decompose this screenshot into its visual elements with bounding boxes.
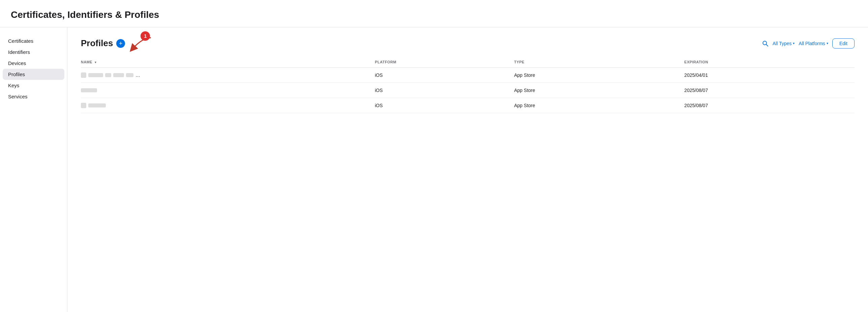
table-row[interactable]: iOS App Store 2025/08/07 [81,83,855,98]
content-header: Profiles + 1 [81,38,855,49]
search-button[interactable] [762,40,769,47]
svg-line-1 [766,44,768,46]
section-title: Profiles [81,38,113,49]
chevron-down-icon: ▾ [793,41,795,45]
add-profile-button[interactable]: + [116,39,125,48]
page-header: Certificates, Identifiers & Profiles [0,0,868,27]
sidebar: Certificates Identifiers Devices Profile… [0,27,67,312]
svg-point-0 [763,41,767,45]
content-header-left: Profiles + 1 [81,38,130,49]
col-header-platform: PLATFORM [375,57,514,68]
col-header-type: TYPE [514,57,684,68]
page-title: Certificates, Identifiers & Profiles [11,9,857,20]
platform-cell: iOS [375,98,514,113]
profiles-table: NAME ▾ PLATFORM TYPE EXPIRATION [81,57,855,113]
profile-name-part [126,73,133,77]
table-row[interactable]: iOS App Store 2025/08/07 [81,98,855,113]
table-row[interactable]: … iOS App Store 2025/04/01 [81,68,855,83]
table-header-row: NAME ▾ PLATFORM TYPE EXPIRATION [81,57,855,68]
content-header-right: All Types ▾ All Platforms ▾ Edit [762,38,855,49]
layout: Certificates Identifiers Devices Profile… [0,27,868,312]
profile-name-part [113,73,124,77]
sort-icon: ▾ [95,61,96,64]
sidebar-item-keys[interactable]: Keys [0,80,67,91]
profile-name-part [88,73,103,77]
sidebar-item-profiles[interactable]: Profiles [3,69,64,80]
profile-name-blur [88,103,106,107]
name-cell: … [81,68,375,83]
col-header-expiration: EXPIRATION [684,57,855,68]
all-platforms-filter[interactable]: All Platforms ▾ [799,39,828,48]
all-types-filter[interactable]: All Types ▾ [773,39,795,48]
edit-button[interactable]: Edit [832,38,855,49]
sidebar-item-identifiers[interactable]: Identifiers [0,46,67,58]
annotation-badge: 1 [141,31,150,41]
sidebar-item-devices[interactable]: Devices [0,58,67,69]
main-content: Profiles + 1 [67,27,868,312]
col-header-name: NAME ▾ [81,57,375,68]
name-cell [81,98,375,113]
type-cell: App Store [514,68,684,83]
platform-cell: iOS [375,83,514,98]
sidebar-item-certificates[interactable]: Certificates [0,35,67,46]
type-cell: App Store [514,83,684,98]
expiration-cell: 2025/08/07 [684,83,855,98]
profile-icon [81,72,86,78]
chevron-down-icon: ▾ [827,41,828,45]
profile-icon [81,103,86,108]
name-cell [81,83,375,98]
profile-name-blur [81,88,97,92]
expiration-cell: 2025/04/01 [684,68,855,83]
search-icon [762,40,769,47]
expiration-cell: 2025/08/07 [684,98,855,113]
sidebar-item-services[interactable]: Services [0,91,67,102]
type-cell: App Store [514,98,684,113]
platform-cell: iOS [375,68,514,83]
profile-name-part [105,73,111,77]
